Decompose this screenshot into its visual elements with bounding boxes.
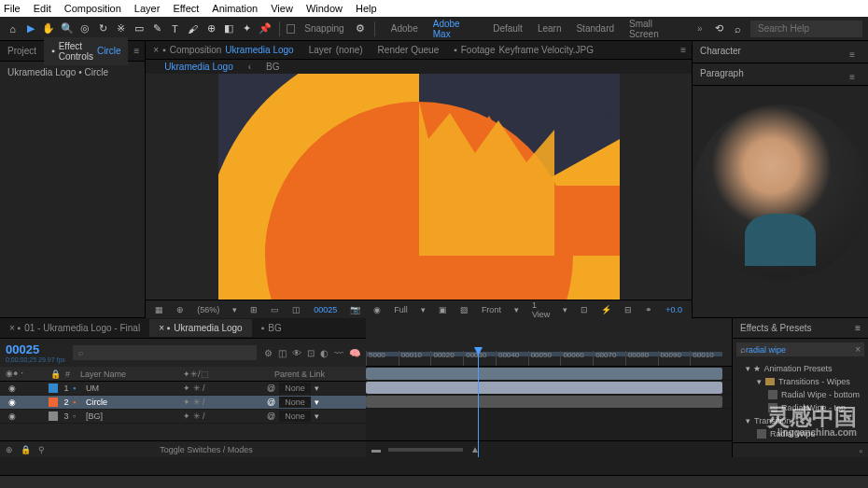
search-icon[interactable]: ⌕ [730,21,745,36]
playhead[interactable] [478,352,479,457]
menu-effect[interactable]: Effect [173,3,199,14]
panel-menu-icon[interactable]: ≡ [844,68,861,80]
menu-window[interactable]: Window [306,3,343,14]
motion-blur-icon[interactable]: ◐ [320,348,329,358]
resolution-dropdown[interactable]: Full [390,304,412,315]
snap-opts-icon[interactable]: ⚙ [354,21,368,36]
layer-color-swatch[interactable] [49,397,58,407]
draft3d-icon[interactable]: ◫ [278,348,287,358]
views-dropdown[interactable]: 1 View [528,300,553,320]
rotate-tool-icon[interactable]: ↻ [96,21,110,36]
panel-menu-icon[interactable]: ≡ [128,42,145,60]
layer-name[interactable]: Circle [82,397,183,407]
workspace-reset-icon[interactable]: ⟲ [712,21,726,36]
menu-composition[interactable]: Composition [64,3,121,14]
snapshot-icon[interactable]: 📷 [346,304,364,315]
zoom-out-icon[interactable]: ▬ [371,444,381,454]
layer-name[interactable]: UM [82,383,183,393]
workspace-default[interactable]: Default [487,21,528,35]
preset-radial-top[interactable]: Radial Wipe - top [736,401,864,414]
zoom-value[interactable]: (56%) [193,304,223,315]
parent-dropdown[interactable]: None [279,411,311,422]
brain-icon[interactable]: 🧠 [349,348,360,358]
shy-icon[interactable]: 👁 [292,348,301,358]
pickwhip-icon[interactable]: @ [267,411,275,421]
menu-view[interactable]: View [271,3,293,14]
new-bin-icon[interactable]: ▫ [859,446,862,456]
fast-preview-icon[interactable]: ⚡ [597,304,615,315]
workspace-standard[interactable]: Standard [570,21,620,35]
tab-effect-controls[interactable]: ▪ Effect Controls Circle [44,37,128,65]
brush-tool-icon[interactable]: 🖌 [186,21,200,36]
composition-viewer[interactable] [146,74,692,300]
layer-clip-1[interactable] [366,368,722,380]
workspace-adobemax[interactable]: Adobe Max [427,17,483,41]
panel-menu-icon[interactable]: ≡ [855,323,861,333]
timeline-tab-main[interactable]: × ▪ Ukramedia Logo [149,319,252,337]
toggle-switches-button[interactable]: Toggle Switches / Modes [52,445,360,454]
selection-tool-icon[interactable]: ▶ [23,21,37,36]
text-tool-icon[interactable]: T [168,21,182,36]
mask-icon[interactable]: ◫ [288,304,304,315]
timeline-icon[interactable]: ⊟ [621,304,636,315]
bone-icon[interactable]: ⚲ [38,445,45,454]
menu-edit[interactable]: Edit [34,3,51,14]
timeline-current-time[interactable]: 00025 [6,342,62,356]
roi-icon[interactable]: ▣ [435,304,451,315]
tab-composition[interactable]: ×▪ Composition Ukramedia Logo [146,41,301,59]
effect-radial-wipe[interactable]: Radial Wipe [736,427,864,440]
timeline-search-input[interactable] [73,345,257,360]
magnify-icon[interactable]: ⊕ [173,304,188,315]
flowchart-icon[interactable]: ⚭ [641,304,656,315]
tab-layer[interactable]: Layer (none) [301,41,371,59]
paragraph-panel-title[interactable]: Paragraph [700,68,744,80]
pixel-aspect-icon[interactable]: ⊡ [577,304,592,315]
stamp-tool-icon[interactable]: ⊕ [203,21,217,36]
tree-folder-transitions[interactable]: ▾ Transitions - Wipes [736,375,864,388]
effects-search-input[interactable] [746,345,855,355]
workspace-learn[interactable]: Learn [532,21,567,35]
workspace-more[interactable]: » [692,21,708,35]
timeline-tracks[interactable]: 5000 00010 00020 00030 00040 00050 00060… [366,318,732,457]
comp-breadcrumb-bg[interactable]: BG [259,60,287,74]
tree-animation-presets[interactable]: ▾ ★ Animation Presets [736,362,864,375]
zoom-slider[interactable] [388,448,463,452]
menu-file[interactable]: File [4,3,21,14]
tree-transition[interactable]: ▾ Transition [736,414,864,427]
layer-color-swatch[interactable] [49,383,58,393]
preset-radial-bottom[interactable]: Radial Wipe - bottom [736,388,864,401]
res-toggle-icon[interactable]: ▾ [229,304,241,315]
panel-menu-icon[interactable]: ≡ [844,46,861,58]
visibility-icon[interactable]: ◉ [6,411,19,421]
grid-icon[interactable]: ⊞ [246,304,261,315]
puppet-tool-icon[interactable]: 📌 [258,21,272,36]
timeline-tab-bg[interactable]: ▪ BG [252,319,291,337]
column-layername[interactable]: Layer Name [80,369,183,379]
layer-row-2[interactable]: ◉ 2 ▪ Circle ✦ ✳ / @None▾ [0,396,366,410]
column-parent[interactable]: Parent & Link [274,369,360,379]
exposure-value[interactable]: +0.0 [662,304,686,315]
comp-breadcrumb-main[interactable]: Ukramedia Logo [157,60,240,74]
home-icon[interactable]: ⌂ [6,21,20,36]
hand-tool-icon[interactable]: ✋ [42,21,56,36]
snapping-checkbox[interactable] [287,24,296,34]
zoom-tool-icon[interactable]: 🔍 [60,21,74,36]
parent-dropdown[interactable]: None [279,383,311,394]
timeline-tab-final[interactable]: × ▪ 01 - Ukramedia Logo - Final [0,319,149,337]
pickwhip-icon[interactable]: @ [267,383,275,393]
frame-blend-icon[interactable]: ⊡ [307,348,315,358]
tab-project[interactable]: Project [0,42,44,60]
pen-tool-icon[interactable]: ✎ [150,21,164,36]
current-time[interactable]: 00025 [310,304,341,315]
workspace-adobe[interactable]: Adobe [385,21,424,35]
shape-tool-icon[interactable]: ▭ [132,21,146,36]
channel-icon[interactable]: ◉ [370,304,385,315]
tab-renderqueue[interactable]: Render Queue [371,41,447,59]
expand-icon[interactable]: ⊕ [6,445,13,454]
workspace-smallscreen[interactable]: Small Screen [623,17,688,41]
panel-menu-icon[interactable]: ≡ [675,41,692,59]
visibility-icon[interactable]: ◉ [6,383,19,393]
menu-help[interactable]: Help [356,3,377,14]
character-panel-title[interactable]: Character [700,46,741,58]
orbit-tool-icon[interactable]: ◎ [77,21,91,36]
